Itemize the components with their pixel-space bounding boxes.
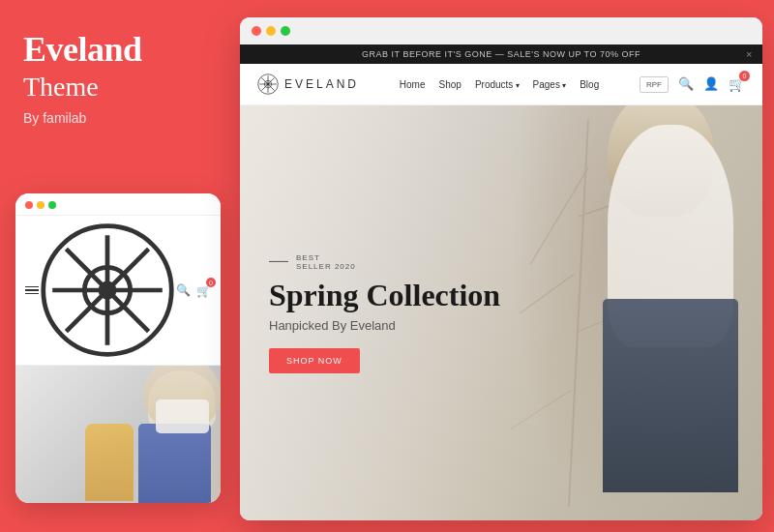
announcement-close-button[interactable]: × bbox=[746, 48, 753, 60]
woman-jeans bbox=[603, 299, 738, 492]
svg-line-14 bbox=[569, 120, 588, 507]
mobile-logo-icon bbox=[39, 222, 176, 359]
mobile-nav-icons: 🔍 🛒 0 bbox=[176, 281, 211, 299]
mobile-hero-bg bbox=[15, 366, 221, 503]
brand-by: By familab bbox=[23, 110, 214, 126]
hero-content: BEST SELLER 2020 Spring Collection Hanpi… bbox=[269, 252, 500, 372]
mobile-search-icon[interactable]: 🔍 bbox=[176, 283, 191, 298]
desktop-dot-yellow bbox=[266, 26, 276, 36]
hamburger-icon[interactable] bbox=[25, 286, 39, 295]
announcement-bar: GRAB IT BEFORE IT'S GONE — SALE'S NOW UP… bbox=[240, 44, 762, 64]
svg-line-17 bbox=[521, 275, 574, 313]
desktop-logo: EVELAND bbox=[257, 74, 359, 95]
woman-figure bbox=[491, 105, 762, 520]
hero-shop-now-button[interactable]: SHOP NOW bbox=[269, 348, 360, 373]
desktop-nav: EVELAND Home Shop Products Pages Blog RP… bbox=[240, 64, 762, 105]
desktop-preview: GRAB IT BEFORE IT'S GONE — SALE'S NOW UP… bbox=[240, 17, 762, 520]
svg-point-6 bbox=[99, 281, 117, 300]
desktop-nav-actions: RPF 🔍 👤 🛒 0 bbox=[640, 75, 745, 93]
desktop-dot-green bbox=[281, 26, 290, 36]
best-seller-label: BEST SELLER 2020 bbox=[269, 252, 500, 270]
nav-link-shop[interactable]: Shop bbox=[439, 79, 461, 90]
mobile-hero bbox=[15, 366, 221, 503]
mobile-cart-icon[interactable]: 🛒 0 bbox=[196, 281, 211, 299]
desktop-nav-links: Home Shop Products Pages Blog bbox=[400, 79, 599, 90]
best-seller-top-text: BEST bbox=[296, 252, 356, 261]
nav-link-pages[interactable]: Pages bbox=[533, 79, 567, 90]
desktop-cart-icon[interactable]: 🛒 0 bbox=[729, 75, 745, 93]
desktop-dot-red bbox=[252, 26, 261, 36]
mobile-dot-yellow bbox=[37, 201, 45, 209]
svg-line-19 bbox=[511, 391, 571, 429]
mobile-nav-bar: 🔍 🛒 0 bbox=[15, 216, 221, 366]
desktop-cart-count: 0 bbox=[739, 71, 750, 81]
desktop-account-icon[interactable]: 👤 bbox=[703, 76, 719, 92]
mobile-dot-red bbox=[25, 201, 33, 209]
language-selector[interactable]: RPF bbox=[640, 76, 669, 93]
desktop-site: GRAB IT BEFORE IT'S GONE — SALE'S NOW UP… bbox=[240, 44, 762, 520]
desktop-logo-icon bbox=[257, 74, 279, 95]
best-seller-year-text: SELLER 2020 bbox=[296, 261, 356, 270]
hero-subtitle: Hanpicked By Eveland bbox=[269, 318, 500, 333]
brand-title: Eveland bbox=[23, 31, 214, 70]
desktop-logo-text: EVELAND bbox=[284, 77, 359, 91]
mobile-preview: 🔍 🛒 0 bbox=[15, 193, 221, 503]
announcement-text: GRAB IT BEFORE IT'S GONE — SALE'S NOW UP… bbox=[362, 49, 640, 59]
desktop-hero: BEST SELLER 2020 Spring Collection Hanpi… bbox=[240, 105, 762, 520]
mobile-window-dots bbox=[25, 201, 56, 209]
hero-title: Spring Collection bbox=[269, 278, 500, 311]
best-seller-separator bbox=[269, 261, 288, 262]
mobile-dot-green bbox=[48, 201, 56, 209]
mobile-title-bar bbox=[15, 193, 221, 216]
nav-link-home[interactable]: Home bbox=[400, 79, 426, 90]
desktop-title-bar bbox=[240, 17, 762, 44]
nav-link-products[interactable]: Products bbox=[475, 79, 520, 90]
mobile-cart-badge: 0 bbox=[206, 278, 216, 287]
svg-point-13 bbox=[267, 83, 270, 86]
desktop-search-icon[interactable]: 🔍 bbox=[678, 76, 694, 92]
left-panel: Eveland Theme By familab bbox=[0, 0, 237, 532]
brand-subtitle: Theme bbox=[23, 72, 214, 103]
nav-link-blog[interactable]: Blog bbox=[580, 79, 599, 90]
